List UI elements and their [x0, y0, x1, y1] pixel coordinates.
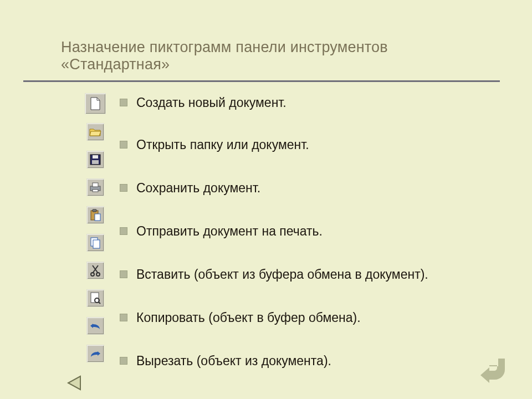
- cut-icon: [86, 262, 104, 279]
- list-item: Сохранить документ.: [120, 181, 497, 196]
- paste-icon: [86, 206, 104, 224]
- list-item: Отправить документ на печать.: [120, 224, 497, 239]
- undo-icon: [86, 317, 104, 335]
- svg-rect-4: [93, 183, 98, 187]
- redo-icon: [86, 345, 104, 362]
- bullet-icon: [120, 314, 127, 321]
- bullet-icon: [120, 141, 127, 149]
- print-preview-icon: [86, 289, 104, 307]
- print-icon: [86, 178, 104, 196]
- svg-rect-1: [93, 155, 98, 158]
- item-label: Вставить (объект из буфера обмена в доку…: [136, 267, 428, 282]
- toolbar-icons-column: [84, 93, 106, 372]
- svg-rect-10: [93, 240, 100, 248]
- item-label: Отправить документ на печать.: [136, 224, 323, 239]
- list-item: Вырезать (объект из документа).: [120, 354, 497, 369]
- bullet-icon: [120, 270, 127, 278]
- svg-rect-7: [93, 209, 96, 212]
- svg-rect-2: [92, 160, 99, 164]
- list-item: Копировать (объект в буфер обмена).: [120, 310, 497, 325]
- svg-rect-5: [93, 190, 98, 192]
- bullet-icon: [120, 184, 127, 192]
- copy-icon: [86, 234, 104, 252]
- prev-slide-button[interactable]: [65, 374, 84, 392]
- description-list: Создать новый документ. Открыть папку ил…: [120, 95, 497, 397]
- open-folder-icon: [86, 123, 104, 141]
- item-label: Создать новый документ.: [136, 95, 287, 110]
- list-item: Открыть папку или документ.: [120, 137, 497, 152]
- bullet-icon: [120, 227, 127, 235]
- save-icon: [86, 151, 104, 168]
- bullet-icon: [120, 357, 127, 365]
- item-label: Вырезать (объект из документа).: [136, 354, 331, 369]
- list-item: Вставить (объект из буфера обмена в доку…: [120, 267, 497, 282]
- title-underline: [23, 80, 500, 82]
- return-button[interactable]: [478, 352, 510, 385]
- item-label: Открыть папку или документ.: [136, 137, 309, 152]
- bullet-icon: [120, 99, 127, 106]
- item-label: Копировать (объект в буфер обмена).: [136, 310, 361, 325]
- item-label: Сохранить документ.: [136, 181, 260, 196]
- svg-point-12: [96, 273, 100, 276]
- list-item: Создать новый документ.: [120, 95, 497, 110]
- slide-title: Назначение пиктограмм панели инструменто…: [61, 39, 499, 73]
- svg-point-11: [91, 273, 94, 276]
- new-document-icon: [85, 93, 106, 114]
- svg-rect-8: [95, 214, 100, 221]
